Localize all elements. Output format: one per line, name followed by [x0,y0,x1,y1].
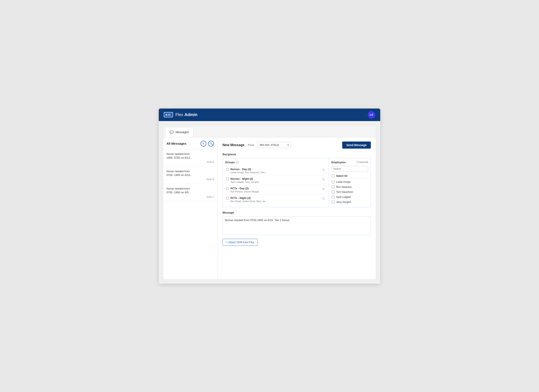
selected-count: 0 selected [357,161,368,164]
tab-bar: 💬 Messages [163,125,376,137]
app-container: BJC Flex Admin LS 💬 Messages All Messa [159,109,380,284]
sidebar-header: All Messages ✎ 🔍 [163,137,217,149]
message-preview-1: Nurse needed from1900 -0700 on 6/12... [167,152,214,160]
employee-item-1: Ron Swanson [331,184,368,189]
select-all-checkbox[interactable] [332,175,334,177]
employee-name-1: Ron Swanson [336,186,352,189]
select-all-item: Select All [331,174,368,179]
compose-icon-btn[interactable]: ✎ [201,141,207,146]
message-date-3: June 1 [167,195,214,198]
group-item-0: Nurses - Day (3) Leslie Knope, Ron Swans… [225,166,326,175]
employee-name-3: April Ludgate [336,196,351,198]
group-edit-icon-2[interactable]: ✎ [322,187,325,192]
group-edit-icon-1[interactable]: ✎ [322,177,325,182]
employee-item-2: Tom Haverford [331,189,368,194]
group-info-3: PCTs - Night (3) Ben Wyatt, Sasha Davis,… [231,196,320,203]
main-panel: New Message From MH-SHI, 8TELE Send Mess… [217,137,376,279]
group-name-2: PCTs - Day (2) [231,187,320,190]
employee-name-2: Tom Haverford [336,191,353,194]
select-all-label: Select All [336,175,347,177]
group-info-1: Nurses - Night (2) April Ludgate, Jerry … [231,177,320,183]
groups-label: Groups [225,161,235,164]
sidebar-title: All Messages [167,142,186,145]
message-section-label: Message [222,211,371,214]
group-members-2: Ann Perkins, Donna Meagle [231,190,320,193]
group-members-1: April Ludgate, Jerry Gergich [231,181,320,183]
new-message-title: New Message [222,143,245,147]
group-item-3: PCTs - Night (3) Ben Wyatt, Sasha Davis,… [225,195,326,204]
group-name-1: Nurses - Night (2) [231,177,320,180]
group-edit-icon-3[interactable]: ✎ [322,196,325,201]
group-info-0: Nurses - Day (3) Leslie Knope, Ron Swans… [231,168,320,174]
group-edit-icon-0[interactable]: ✎ [322,168,325,172]
group-checkbox-3[interactable] [226,197,229,199]
body-layout: All Messages ✎ 🔍 Nurse needed from1900 -… [163,137,376,279]
employee-item-4: Jerry Gergich [331,199,368,205]
employees-header: Employees 0 selected [331,161,368,164]
employee-checkbox-3[interactable] [332,196,334,198]
message-item-1[interactable]: Nurse needed from1900 -0700 on 6/12... J… [163,149,217,167]
panel-header-left: New Message From MH-SHI, 8TELE [222,142,291,148]
recipients-label: Recipients [222,153,371,156]
group-item-1: Nurses - Night (2) April Ludgate, Jerry … [225,175,326,185]
employees-panel: Employees 0 selected Select All Leslie K… [329,158,371,207]
groups-info-icon[interactable]: i [236,161,239,164]
sidebar: All Messages ✎ 🔍 Nurse needed from1900 -… [163,137,217,279]
group-members-0: Leslie Knope, Ron Swanson, Tom... [231,171,320,174]
from-label: From [248,143,254,146]
sidebar-actions: ✎ 🔍 [201,141,214,146]
header-left: BJC Flex Admin [164,112,197,117]
bjc-logo: BJC [164,112,173,117]
group-name-0: Nurses - Day (3) [231,168,320,171]
message-textarea[interactable] [222,216,371,235]
employee-name-4: Jerry Gergich [336,201,351,203]
main-content: 💬 Messages All Messages ✎ 🔍 [159,121,380,284]
message-preview-2: Nurse needed from0700 -1900 on 6/10... [167,170,214,177]
group-checkbox-0[interactable] [226,168,229,171]
search-icon-btn[interactable]: 🔍 [208,141,214,146]
employee-checkbox-2[interactable] [332,191,334,193]
employees-title: Employees [331,161,346,164]
panel-header: New Message From MH-SHI, 8TELE Send Mess… [222,142,371,149]
group-checkbox-1[interactable] [226,178,229,180]
message-preview-3: Nurse needed from0700 -1900 on 6/5... [167,187,214,194]
tab-messages[interactable]: 💬 Messages [165,127,193,137]
recipients-box: Groups i Nurses - Day (3) Leslie Knope, … [222,158,371,207]
employee-checkbox-4[interactable] [332,201,334,203]
header: BJC Flex Admin LS [159,109,380,121]
message-item-2[interactable]: Nurse needed from0700 -1900 on 6/10... J… [163,167,217,184]
employee-search-input[interactable] [331,166,368,172]
card: 💬 Messages All Messages ✎ 🔍 [163,125,376,279]
groups-panel: Groups i Nurses - Day (3) Leslie Knope, … [223,158,329,207]
attach-shift-button[interactable]: + Attach Shift from Flex [222,239,258,246]
app-title: Flex Admin [175,112,198,117]
group-name-3: PCTs - Night (3) [231,196,320,199]
message-item-3[interactable]: Nurse needed from0700 -1900 on 6/5... Ju… [163,184,217,201]
user-avatar[interactable]: LS [368,111,375,118]
tab-messages-label: Messages [175,130,189,134]
employee-item-0: Leslie Knope [331,179,368,184]
send-message-button[interactable]: Send Message [342,142,371,149]
groups-header: Groups i [225,161,326,164]
employee-checkbox-0[interactable] [332,180,334,183]
message-date-2: June 8 [167,178,214,181]
group-info-2: PCTs - Day (2) Ann Perkins, Donna Meagle [231,187,320,193]
group-checkbox-2[interactable] [226,187,229,190]
employee-checkbox-1[interactable] [332,186,334,188]
group-members-3: Ben Wyatt, Sasha Davis, Marc Jar... [231,200,320,203]
from-select-wrapper: MH-SHI, 8TELE [257,142,291,148]
employee-item-3: April Ludgate [331,194,368,199]
message-date-1: June 9 [167,161,214,163]
from-select[interactable]: MH-SHI, 8TELE [257,142,291,148]
employee-name-0: Leslie Knope [336,180,351,184]
group-item-2: PCTs - Day (2) Ann Perkins, Donna Meagle… [225,185,326,195]
messages-icon: 💬 [170,130,174,134]
